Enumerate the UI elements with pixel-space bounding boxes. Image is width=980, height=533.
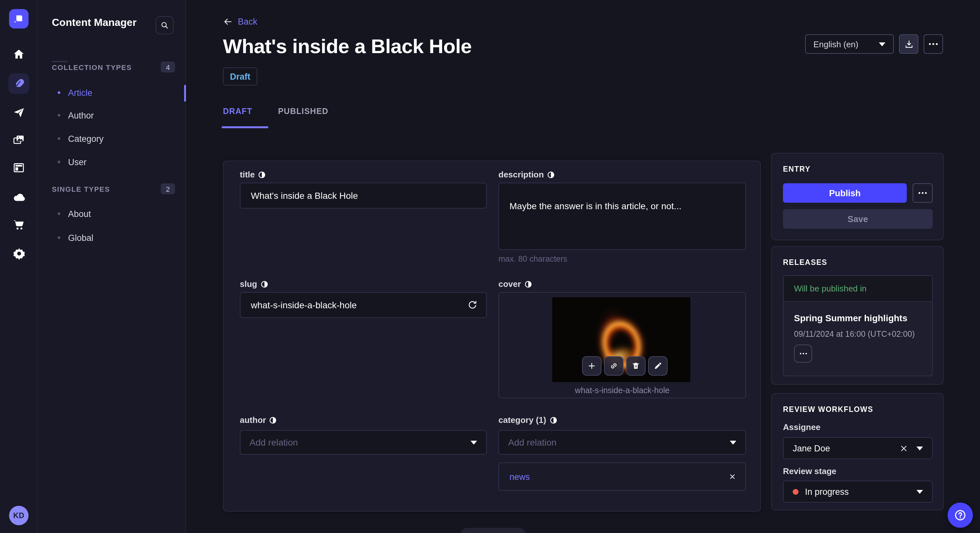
label-text: title [240, 170, 255, 179]
author-relation-select[interactable]: Add relation [240, 430, 487, 455]
sidebar-item-label: Article [68, 88, 92, 97]
i18n-globe-icon [549, 416, 557, 424]
sidebar-item-label: Global [68, 233, 93, 243]
layout-icon[interactable] [0, 160, 38, 175]
review-workflows-panel: REVIEW WORKFLOWS Assignee Jane Doe Revie… [771, 393, 944, 510]
label-text: author [240, 415, 266, 425]
home-icon[interactable] [0, 47, 38, 62]
description-field-label: description [498, 170, 555, 179]
chevron-down-icon [471, 440, 477, 444]
sidebar-item-about[interactable]: About [52, 206, 181, 221]
entry-more-button[interactable] [913, 183, 933, 203]
stage-value-wrap: In progress [793, 487, 849, 497]
strapi-logo[interactable] [9, 9, 29, 29]
media-library-icon[interactable] [0, 133, 38, 147]
review-stage-label: Review stage [783, 466, 837, 476]
publish-button[interactable]: Publish [783, 183, 907, 203]
icon-rail: KD [0, 0, 38, 533]
content-manager-rail-item[interactable] [8, 73, 29, 94]
copy-link-button[interactable] [604, 356, 624, 376]
search-button[interactable] [156, 16, 174, 34]
slug-input[interactable]: what-s-inside-a-black-hole [240, 292, 487, 318]
label-text: slug [240, 279, 257, 289]
entry-panel: ENTRY Publish Save [771, 153, 944, 240]
release-status: Will be published in [784, 276, 932, 302]
review-panel-title: REVIEW WORKFLOWS [783, 405, 873, 413]
question-mark-icon [953, 508, 967, 522]
bullet-icon [58, 137, 60, 140]
release-more-button[interactable] [794, 344, 812, 363]
edit-form-card: title What's inside a Black Hole descrip… [223, 160, 761, 512]
feather-icon [13, 78, 25, 90]
description-textarea[interactable]: Maybe the answer is in this article, or … [498, 182, 746, 250]
plus-icon [587, 362, 596, 370]
category-placeholder: Add relation [508, 437, 557, 447]
sidebar-item-user[interactable]: User [52, 155, 181, 169]
sidebar-item-author[interactable]: Author [52, 108, 181, 122]
title-input[interactable]: What's inside a Black Hole [240, 182, 487, 209]
sidebar-item-global[interactable]: Global [52, 230, 181, 245]
i18n-globe-icon [260, 280, 268, 288]
i18n-globe-icon [258, 171, 266, 178]
single-types-count-badge: 2 [161, 183, 175, 194]
sidebar-item-category[interactable]: Category [52, 132, 181, 146]
paper-plane-icon[interactable] [0, 106, 38, 120]
gear-icon[interactable] [0, 246, 38, 260]
locale-value: English (en) [813, 39, 859, 49]
status-badge: Draft [223, 67, 257, 86]
sidebar-item-label: Category [68, 134, 104, 143]
bullet-icon [58, 213, 60, 215]
add-media-button[interactable] [582, 356, 601, 376]
cover-filename: what-s-inside-a-black-hole [499, 386, 745, 395]
edit-media-button[interactable] [648, 356, 668, 376]
remove-relation-icon[interactable] [729, 473, 736, 481]
help-button[interactable] [948, 503, 973, 528]
arrow-left-icon [223, 17, 233, 27]
cover-action-toolbar [582, 356, 668, 376]
refresh-icon[interactable] [467, 300, 478, 310]
bullet-icon [58, 91, 60, 94]
relation-link-news[interactable]: news [509, 472, 530, 482]
description-hint: max. 80 characters [498, 254, 568, 263]
cart-icon[interactable] [0, 217, 38, 232]
assignee-label: Assignee [783, 422, 821, 432]
cover-field: what-s-inside-a-black-hole [498, 292, 746, 398]
locale-select[interactable]: English (en) [805, 34, 894, 54]
ellipsis-icon [799, 352, 807, 355]
delete-media-button[interactable] [626, 356, 646, 376]
tab-published[interactable]: PUBLISHED [278, 107, 328, 116]
clear-assignee-icon[interactable] [900, 444, 908, 452]
user-avatar[interactable]: KD [9, 506, 29, 525]
content-manager-sidebar: Content Manager COLLECTION TYPES 4 Artic… [38, 0, 186, 533]
slug-field-label: slug [240, 279, 268, 289]
review-stage-select[interactable]: In progress [783, 481, 933, 503]
release-card: Will be published in Spring Summer highl… [783, 275, 933, 376]
label-text: description [498, 170, 544, 179]
author-placeholder: Add relation [250, 437, 298, 447]
back-link[interactable]: Back [223, 17, 257, 27]
link-icon [609, 362, 618, 370]
assignee-controls [900, 444, 923, 452]
app-root: KD Content Manager COLLECTION TYPES 4 Ar… [0, 0, 980, 533]
releases-panel-title: RELEASES [783, 259, 827, 266]
chevron-down-icon [916, 489, 923, 494]
save-button[interactable]: Save [783, 209, 933, 228]
cloud-icon[interactable] [0, 190, 38, 204]
category-relation-select[interactable]: Add relation [498, 430, 746, 455]
bullet-icon [58, 236, 60, 239]
sidebar-item-label: Author [68, 110, 94, 120]
releases-panel: RELEASES Will be published in Spring Sum… [771, 246, 944, 385]
release-name[interactable]: Spring Summer highlights [794, 313, 907, 323]
sidebar-item-article[interactable]: Article [52, 86, 181, 100]
chevron-down-icon [879, 42, 885, 46]
author-field-label: author [240, 415, 277, 425]
label-text: category (1) [498, 415, 546, 425]
assignee-select[interactable]: Jane Doe [783, 437, 933, 459]
tab-draft[interactable]: DRAFT [223, 107, 253, 116]
more-actions-button[interactable] [924, 34, 943, 54]
section-single-types: SINGLE TYPES [52, 185, 110, 193]
entry-panel-title: ENTRY [783, 165, 810, 173]
scroll-cutoff-element [461, 528, 526, 533]
download-button[interactable] [899, 34, 918, 54]
sidebar-divider [52, 61, 67, 62]
